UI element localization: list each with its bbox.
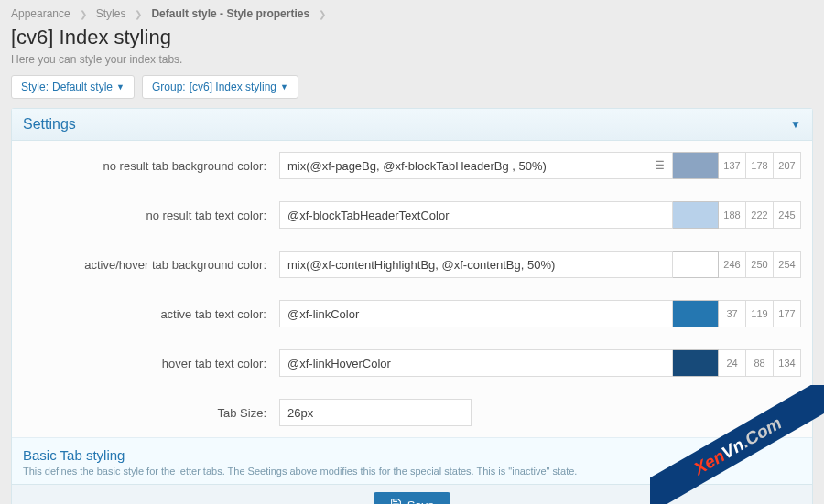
- filter-bar: Style: Default style ▼ Group: [cv6] Inde…: [0, 75, 824, 108]
- save-button[interactable]: Save: [374, 492, 451, 504]
- tab-size-label: Tab Size:: [23, 406, 279, 420]
- footer-bar: Save: [12, 484, 812, 504]
- color-row: active/hover tab background color:mix(@x…: [12, 240, 812, 289]
- color-swatch[interactable]: [673, 152, 719, 179]
- chevron-right-icon: ❯: [135, 9, 142, 19]
- tab-size-row: Tab Size:: [12, 388, 812, 437]
- rgb-value[interactable]: 250: [746, 251, 774, 278]
- rgb-value[interactable]: 134: [774, 349, 801, 377]
- tab-size-input[interactable]: [279, 399, 472, 426]
- chevron-right-icon: ❯: [80, 9, 87, 19]
- rgb-value[interactable]: 246: [719, 251, 746, 278]
- rgb-value[interactable]: 177: [774, 300, 801, 327]
- color-value-input[interactable]: mix(@xf-pageBg, @xf-blockTabHeaderBg , 5…: [279, 152, 673, 179]
- save-icon: [390, 498, 402, 504]
- breadcrumb-current: Default style - Style properties: [151, 7, 309, 20]
- chevron-right-icon: ❯: [319, 9, 326, 19]
- breadcrumb: Appearance ❯ Styles ❯ Default style - St…: [0, 0, 824, 24]
- breadcrumb-link-styles[interactable]: Styles: [96, 7, 126, 20]
- caret-down-icon: ▼: [280, 82, 288, 91]
- rgb-value[interactable]: 119: [746, 300, 774, 327]
- color-value-input[interactable]: @xf-linkHoverColor: [279, 349, 673, 377]
- rgb-value[interactable]: 24: [719, 349, 746, 377]
- rgb-value[interactable]: 245: [774, 201, 801, 229]
- color-value-input[interactable]: @xf-blockTabHeaderTextColor: [279, 201, 673, 229]
- rgb-value[interactable]: 222: [746, 201, 774, 229]
- breadcrumb-link-appearance[interactable]: Appearance: [11, 7, 70, 20]
- section-description: This defines the basic style for the let…: [23, 466, 801, 484]
- rgb-value[interactable]: 88: [746, 349, 774, 377]
- color-row: no result tab text color:@xf-blockTabHea…: [12, 190, 812, 240]
- page-description: Here you can style your index tabs.: [0, 49, 824, 75]
- rgb-value[interactable]: 207: [774, 152, 801, 179]
- color-row: hover tab text color:@xf-linkHoverColor2…: [12, 338, 812, 388]
- rgb-value[interactable]: 178: [746, 152, 774, 179]
- color-swatch[interactable]: [673, 349, 719, 377]
- section-title: Basic Tab styling: [23, 447, 801, 463]
- panel-header[interactable]: Settings ▼: [12, 109, 812, 141]
- clipboard-icon[interactable]: ☰: [655, 159, 665, 172]
- color-row: active tab text color:@xf-linkColor37119…: [12, 289, 812, 338]
- row-label: hover tab text color:: [23, 357, 279, 370]
- panel-title: Settings: [23, 116, 76, 133]
- group-filter-button[interactable]: Group: [cv6] Index styling ▼: [142, 75, 298, 99]
- rgb-value[interactable]: 254: [774, 251, 801, 278]
- settings-panel: Settings ▼ no result tab background colo…: [11, 108, 813, 504]
- page-title: [cv6] Index styling: [0, 24, 824, 49]
- color-swatch[interactable]: [673, 300, 719, 327]
- rgb-value[interactable]: 137: [719, 152, 746, 179]
- row-label: active tab text color:: [23, 307, 279, 321]
- color-value-input[interactable]: mix(@xf-contentHighlightBg, @xf-contentB…: [279, 251, 673, 278]
- row-label: no result tab text color:: [23, 209, 279, 222]
- collapse-icon[interactable]: ▼: [790, 118, 801, 131]
- caret-down-icon: ▼: [116, 82, 125, 91]
- color-swatch[interactable]: [673, 251, 719, 278]
- row-label: no result tab background color:: [23, 159, 279, 173]
- color-swatch[interactable]: [673, 201, 719, 229]
- style-filter-button[interactable]: Style: Default style ▼: [11, 75, 135, 99]
- rgb-value[interactable]: 188: [719, 201, 746, 229]
- color-value-input[interactable]: @xf-linkColor: [279, 300, 673, 327]
- color-row: no result tab background color:mix(@xf-p…: [12, 141, 812, 190]
- row-label: active/hover tab background color:: [23, 258, 279, 272]
- rgb-value[interactable]: 37: [719, 300, 746, 327]
- basic-tab-section: Basic Tab styling This defines the basic…: [12, 437, 812, 484]
